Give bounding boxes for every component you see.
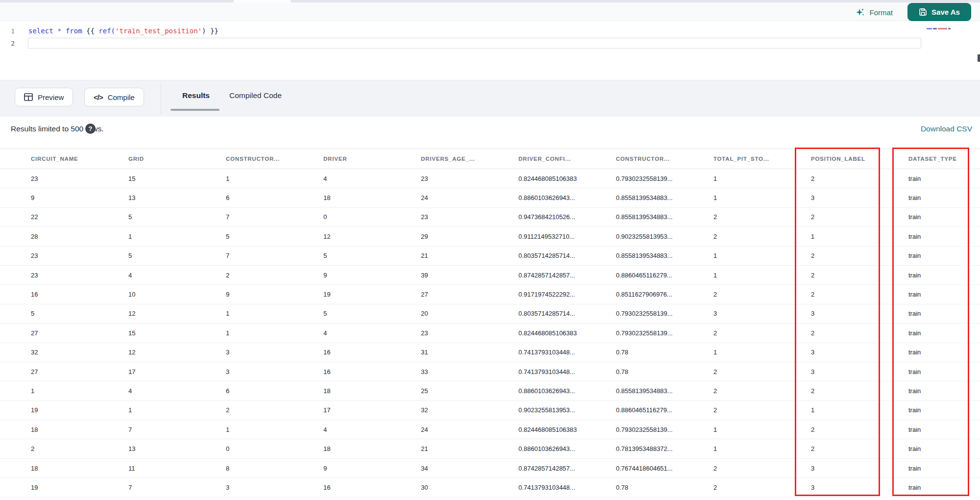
column-header-dataset_type[interactable]: DATASET_TYPE bbox=[901, 156, 980, 162]
table-header-row: CIRCUIT_NAMEGRIDCONSTRUCTOR...DRIVERDRIV… bbox=[0, 149, 980, 169]
column-header-circuit_name[interactable]: CIRCUIT_NAME bbox=[24, 156, 121, 162]
table-cell: 3 bbox=[219, 368, 316, 375]
column-header-total_pit_sto[interactable]: TOTAL_PIT_STO... bbox=[706, 156, 804, 162]
table-cell: 1 bbox=[219, 310, 316, 317]
table-cell: 9 bbox=[24, 194, 121, 201]
table-cell: 3 bbox=[219, 484, 316, 491]
table-cell: 23 bbox=[414, 329, 511, 337]
table-cell: 0.8558139534883... bbox=[609, 213, 706, 221]
editor-minimap[interactable] bbox=[924, 21, 980, 80]
table-cell: 7 bbox=[219, 213, 316, 221]
code-line-1[interactable]: select * from {{ ref('train_test_positio… bbox=[28, 25, 219, 37]
table-cell: 0.8035714285714... bbox=[511, 310, 609, 317]
download-csv-link[interactable]: Download CSV bbox=[921, 125, 972, 133]
table-cell: 0.9171974522292... bbox=[511, 291, 609, 298]
sql-keyword: from bbox=[66, 27, 86, 35]
table-cell: 12 bbox=[121, 310, 219, 317]
table-cell: 0.824468085106383 bbox=[511, 426, 609, 433]
table-row: 191217320.9023255813953...0.886046511627… bbox=[0, 401, 980, 420]
toolbar-divider bbox=[161, 84, 161, 114]
table-cell: 0.7413793103448... bbox=[511, 368, 609, 375]
editor-header-bar: Format Save As bbox=[0, 2, 980, 21]
help-icon[interactable]: ? bbox=[85, 124, 96, 134]
table-cell: 7 bbox=[121, 426, 219, 433]
tab-compiled-code[interactable]: Compiled Code bbox=[229, 91, 282, 100]
table-cell: 39 bbox=[414, 272, 511, 279]
table-row: 271514230.8244680851063830.7930232558139… bbox=[0, 324, 980, 343]
format-button[interactable]: Format bbox=[856, 5, 893, 19]
table-cell: 3 bbox=[804, 194, 901, 201]
table-cell: 4 bbox=[121, 387, 219, 395]
table-cell: 0.7930232558139... bbox=[609, 175, 706, 182]
table-cell: 2 bbox=[219, 272, 316, 279]
table-cell: 16 bbox=[24, 291, 121, 298]
table-cell: 0 bbox=[316, 213, 414, 221]
tab-results[interactable]: Results bbox=[182, 91, 210, 100]
table-cell: 19 bbox=[24, 484, 121, 491]
table-cell: 2 bbox=[706, 233, 804, 240]
table-cell: train bbox=[901, 310, 980, 317]
table-row: 51215200.8035714285714...0.7930232558139… bbox=[0, 304, 980, 324]
table-row: 281512290.9112149532710...0.902325581395… bbox=[0, 227, 980, 246]
editor-scrollbar[interactable] bbox=[978, 54, 980, 62]
sql-editor[interactable]: 1 2 select * from {{ ref('train_test_pos… bbox=[0, 21, 980, 80]
table-cell: 25 bbox=[414, 387, 511, 395]
column-header-constructor[interactable]: CONSTRUCTOR... bbox=[219, 156, 316, 162]
table-cell: 3 bbox=[706, 310, 804, 317]
column-header-driver[interactable]: DRIVER bbox=[316, 156, 414, 162]
table-cell: train bbox=[901, 465, 980, 472]
table-cell: train bbox=[901, 484, 980, 491]
table-cell: 24 bbox=[414, 426, 511, 433]
table-cell: 0.8742857142857... bbox=[511, 465, 609, 472]
compile-button[interactable]: </> Compile bbox=[84, 88, 144, 106]
table-cell: 2 bbox=[219, 406, 316, 414]
column-header-constructor[interactable]: CONSTRUCTOR... bbox=[609, 156, 706, 162]
code-icon: </> bbox=[94, 93, 103, 101]
table-cell: 0.8742857142857... bbox=[511, 272, 609, 279]
save-as-button-label: Save As bbox=[931, 8, 960, 16]
table-cell: 2 bbox=[804, 445, 901, 452]
table-cell: train bbox=[901, 175, 980, 182]
column-header-driver_confi[interactable]: DRIVER_CONFI... bbox=[511, 156, 609, 162]
table-cell: 6 bbox=[219, 387, 316, 395]
table-cell: 3 bbox=[804, 368, 901, 375]
table-cell: 31 bbox=[414, 349, 511, 356]
table-cell: train bbox=[901, 445, 980, 452]
table-cell: 0.7930232558139... bbox=[609, 426, 706, 433]
table-cell: 1 bbox=[706, 426, 804, 433]
table-cell: 0.7413793103448... bbox=[511, 349, 609, 356]
table-cell: 27 bbox=[24, 368, 121, 375]
table-cell: 3 bbox=[219, 349, 316, 356]
table-cell: 3 bbox=[804, 465, 901, 472]
table-cell: 13 bbox=[121, 445, 219, 452]
table-cell: 0.78 bbox=[609, 349, 706, 356]
table-cell: 2 bbox=[804, 272, 901, 279]
table-cell: 1 bbox=[804, 233, 901, 240]
column-header-position_label[interactable]: POSITION_LABEL bbox=[804, 156, 901, 162]
preview-button[interactable]: Preview bbox=[15, 88, 73, 106]
table-cell: 0.9473684210526... bbox=[511, 213, 609, 221]
table-icon bbox=[24, 93, 33, 101]
table-cell: 20 bbox=[414, 310, 511, 317]
table-row: 14618250.8860103626943...0.8558139534883… bbox=[0, 381, 980, 400]
table-cell: 3 bbox=[804, 310, 901, 317]
column-header-grid[interactable]: GRID bbox=[121, 156, 219, 162]
table-cell: 0 bbox=[219, 445, 316, 452]
table-cell: 0.8860103626943... bbox=[511, 387, 609, 395]
table-cell: 1 bbox=[219, 329, 316, 337]
table-cell: 1 bbox=[706, 252, 804, 259]
table-row: 3212316310.7413793103448...0.7813train bbox=[0, 343, 980, 362]
table-cell: 22 bbox=[24, 213, 121, 221]
sql-star: * bbox=[57, 27, 66, 35]
table-cell: 29 bbox=[414, 233, 511, 240]
table-cell: 1 bbox=[706, 349, 804, 356]
table-cell: 2 bbox=[24, 445, 121, 452]
table-cell: 2 bbox=[804, 426, 901, 433]
table-cell: 2 bbox=[804, 252, 901, 259]
table-cell: 1 bbox=[219, 175, 316, 182]
table-cell: 23 bbox=[414, 213, 511, 221]
table-cell: 2 bbox=[706, 387, 804, 395]
table-cell: 18 bbox=[24, 426, 121, 433]
save-as-button[interactable]: Save As bbox=[907, 3, 971, 21]
column-header-drivers_age_[interactable]: DRIVERS_AGE_... bbox=[414, 156, 511, 162]
